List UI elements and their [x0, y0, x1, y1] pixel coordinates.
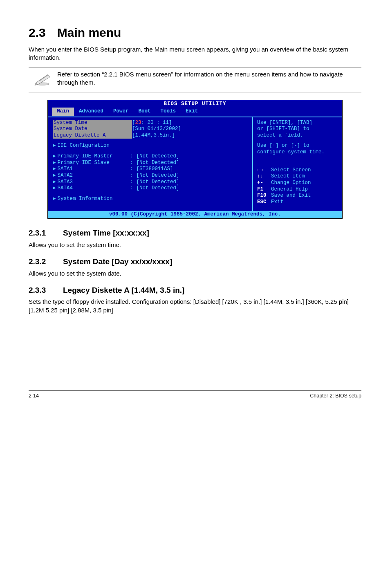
triangle-icon: ▶: [53, 179, 56, 186]
bios-help-panel: Use [ENTER], [TAB] or [SHIFT-TAB] to sel…: [253, 117, 342, 211]
value-legacy-diskette: [1.44M,3.5in.]: [132, 132, 175, 139]
bios-tab-main[interactable]: Main: [52, 108, 74, 116]
value-system-time: [23: 20 : 11]: [132, 120, 172, 126]
help-line: Use [ENTER], [TAB]: [257, 120, 339, 126]
device-label: Primary IDE Master: [58, 153, 130, 160]
label-system-info: System Information: [58, 196, 113, 202]
subsection-title: System Date [Day xx/xx/xxxx]: [63, 257, 172, 266]
page-number: 2-14: [29, 393, 39, 399]
value-system-date: [Sun 01/13/2002]: [132, 126, 181, 132]
note-text: Refer to section “2.2.1 BIOS menu screen…: [57, 70, 361, 87]
sys-time-hour: 23: [135, 120, 141, 126]
bios-tab-power[interactable]: Power: [108, 108, 134, 116]
subsection-heading: 2.3.3Legacy Diskette A [1.44M, 3.5 in.]: [29, 285, 361, 296]
bios-tab-tools[interactable]: Tools: [156, 108, 181, 116]
bios-tab-exit[interactable]: Exit: [181, 108, 203, 116]
label-legacy-diskette: Legacy Diskette A: [53, 132, 132, 139]
device-label: SATA1: [58, 166, 130, 173]
bios-tab-boot[interactable]: Boot: [134, 108, 156, 116]
device-row[interactable]: ▶SATA2: [Not Detected]: [53, 173, 249, 179]
chapter-label: Chapter 2: BIOS setup: [310, 393, 361, 399]
sys-time-rest: : 20 : 11]: [141, 120, 172, 126]
triangle-icon: ▶: [53, 143, 56, 149]
device-label: Primary IDE Slave: [58, 160, 130, 166]
bios-footer: v00.00 (C)Copyright 1985-2002, American …: [48, 211, 342, 218]
key-row: F10Save and Exit: [257, 193, 339, 199]
section-title-text: Main menu: [57, 26, 121, 39]
key-text: Save and Exit: [271, 193, 311, 198]
subsection-body: Allows you to set the system time.: [29, 241, 361, 249]
row-ide-config[interactable]: ▶ IDE Configuration: [53, 143, 249, 149]
device-value: : [Not Detected]: [130, 160, 179, 166]
section-number: 2.3: [29, 26, 46, 39]
bios-left-panel: System Time [23: 20 : 11] System Date [S…: [48, 117, 253, 211]
bios-title: BIOS SETUP UTILITY: [48, 100, 342, 108]
key-symbol: ESC: [257, 199, 271, 206]
key-row: +-Change Option: [257, 180, 339, 186]
device-row[interactable]: ▶SATA1: [ST380011AS]: [53, 166, 249, 173]
key-symbol: ↑↓: [257, 173, 271, 180]
key-symbol: +-: [257, 180, 271, 186]
label-system-time: System Time: [53, 120, 132, 126]
key-row: ←→Select Screen: [257, 167, 339, 174]
triangle-icon: ▶: [53, 166, 56, 173]
key-text: General Help: [271, 186, 308, 192]
device-row[interactable]: ▶SATA4: [Not Detected]: [53, 185, 249, 192]
row-system-info[interactable]: ▶ System Information: [53, 196, 249, 202]
sys-time-bracket: [: [132, 120, 135, 126]
key-symbol: F1: [257, 186, 271, 193]
label-ide-config: IDE Configuration: [58, 143, 110, 149]
key-row: ESCExit: [257, 199, 339, 206]
help-line: select a field.: [257, 132, 339, 139]
subsection-body: Allows you to set the system date.: [29, 269, 361, 278]
key-text: Select Item: [271, 173, 305, 179]
key-text: Change Option: [271, 180, 311, 186]
device-row[interactable]: ▶SATA3: [Not Detected]: [53, 179, 249, 186]
device-row[interactable]: ▶Primary IDE Slave: [Not Detected]: [53, 160, 249, 166]
subsection-body: Sets the type of floppy drive installed.…: [29, 298, 361, 314]
key-row: F1General Help: [257, 186, 339, 193]
triangle-icon: ▶: [53, 173, 56, 179]
subsection-number: 2.3.1: [29, 228, 63, 238]
device-list: ▶Primary IDE Master: [Not Detected]▶Prim…: [53, 153, 249, 192]
bios-tabs: Main Advanced Power Boot Tools Exit: [48, 108, 342, 117]
subsection-title: System Time [xx:xx:xx]: [63, 229, 149, 237]
triangle-icon: ▶: [53, 153, 56, 160]
key-row: ↑↓Select Item: [257, 173, 339, 180]
key-symbol: ←→: [257, 167, 271, 174]
row-system-time[interactable]: System Time [23: 20 : 11]: [53, 120, 249, 126]
key-symbol: F10: [257, 193, 271, 199]
pencil-icon: [29, 70, 57, 88]
device-value: : [Not Detected]: [130, 173, 179, 179]
device-value: : [Not Detected]: [130, 185, 179, 192]
device-value: : [Not Detected]: [130, 179, 179, 186]
subsection-title: Legacy Diskette A [1.44M, 3.5 in.]: [63, 286, 184, 294]
device-value: : [ST380011AS]: [130, 166, 173, 173]
section-intro: When you enter the BIOS Setup program, t…: [29, 45, 361, 62]
device-label: SATA3: [58, 179, 130, 186]
bios-tab-advanced[interactable]: Advanced: [74, 108, 108, 116]
key-text: Exit: [271, 199, 283, 205]
help-line: Use [+] or [-] to: [257, 143, 339, 149]
device-value: : [Not Detected]: [130, 153, 179, 160]
help-line: configure system time.: [257, 149, 339, 156]
label-system-date: System Date: [53, 126, 132, 132]
row-system-date[interactable]: System Date [Sun 01/13/2002]: [53, 126, 249, 132]
subsection-heading: 2.3.1System Time [xx:xx:xx]: [29, 228, 361, 238]
page-footer: 2-14 Chapter 2: BIOS setup: [29, 388, 361, 399]
subsection-number: 2.3.3: [29, 285, 63, 296]
bios-screenshot: BIOS SETUP UTILITY Main Advanced Power B…: [47, 100, 343, 219]
device-row[interactable]: ▶Primary IDE Master: [Not Detected]: [53, 153, 249, 160]
row-legacy-diskette[interactable]: Legacy Diskette A [1.44M,3.5in.]: [53, 132, 249, 139]
help-line: or [SHIFT-TAB] to: [257, 126, 339, 132]
section-heading: 2.3Main menu: [29, 25, 361, 41]
subsection-heading: 2.3.2System Date [Day xx/xx/xxxx]: [29, 256, 361, 267]
note-block: Refer to section “2.2.1 BIOS menu screen…: [29, 67, 361, 92]
triangle-icon: ▶: [53, 196, 56, 202]
device-label: SATA2: [58, 173, 130, 179]
device-label: SATA4: [58, 185, 130, 192]
bios-key-legend: ←→Select Screen↑↓Select Item+-Change Opt…: [257, 167, 339, 206]
triangle-icon: ▶: [53, 185, 56, 192]
subsection-number: 2.3.2: [29, 256, 63, 267]
key-text: Select Screen: [271, 167, 311, 173]
